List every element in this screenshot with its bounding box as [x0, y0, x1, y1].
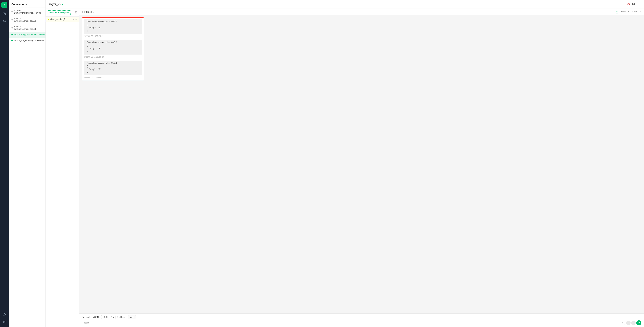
- qos-select[interactable]: 1 ▾: [110, 315, 116, 319]
- message-card-1: Topic: clean_session_false QoS: 1 { "msg…: [84, 19, 142, 34]
- connections-list: Simple Demo@broker.emqx.io:8083 Sensor 1…: [9, 8, 46, 43]
- messages-list: Topic: clean_session_false QoS: 1 { "msg…: [79, 15, 644, 314]
- retain-label: Retain: [120, 316, 126, 318]
- message-header-2: Topic: clean_session_false QoS: 1: [85, 41, 141, 43]
- compose-prev-button[interactable]: ←: [626, 320, 630, 325]
- message-wrapper-1: Topic: clean_session_false QoS: 1 { "msg…: [82, 18, 144, 38]
- message-border-accent: [84, 60, 84, 75]
- connection-name: Sensor 1@broker.emqx.io:8083: [14, 18, 43, 22]
- sub-topic-name: clean_session_f...: [50, 18, 71, 20]
- connection-item-mqtt-v3[interactable]: MQTT_V3@broker.emqx.io:8083: [9, 32, 46, 38]
- topic-input[interactable]: [84, 322, 622, 324]
- tab-received[interactable]: Received: [621, 10, 630, 14]
- svg-rect-0: [4, 14, 6, 15]
- retain-checkbox[interactable]: [117, 316, 120, 318]
- svg-point-7: [4, 322, 5, 322]
- message-body-2: { "msg": "2"}: [85, 44, 141, 53]
- topic-input-row: ▾: [82, 320, 625, 325]
- sidebar-nav-copy-icon[interactable]: [1, 11, 8, 17]
- plaintext-dot: [82, 11, 83, 12]
- qos-arrow: ▾: [113, 316, 114, 318]
- filter-tabs: All Received Published: [616, 10, 641, 14]
- plaintext-dropdown[interactable]: Plaintext ▾: [82, 11, 94, 13]
- connection-status-dot: [12, 34, 13, 36]
- compose-input-row: ▾ ← →: [82, 320, 641, 325]
- connections-header: Connections: [9, 0, 46, 8]
- qos-value: 1: [111, 316, 112, 318]
- message-border-accent: [84, 19, 84, 34]
- message-header-1: Topic: clean_session_false QoS: 1: [85, 20, 141, 22]
- message-timestamp-2: 2022-09-06 15:55:23:413: [84, 56, 142, 58]
- body-area: + + New Subscription clean_session_f... …: [46, 9, 644, 327]
- subscriptions-collapse-icon[interactable]: [75, 11, 77, 14]
- power-icon[interactable]: [627, 3, 630, 6]
- topbar: MQTT_V3 ▾ ···: [46, 0, 644, 9]
- payload-type-value: JSON: [93, 316, 99, 318]
- message-card-3: Topic: clean_session_false QoS: 1 { "msg…: [84, 60, 142, 75]
- message-body-1: { "msg": "1"}: [85, 23, 141, 32]
- subscriptions-toolbar: + + New Subscription: [46, 9, 79, 16]
- messages-highlighted-group: Topic: clean_session_false QoS: 1 { "msg…: [82, 17, 144, 80]
- edit-icon[interactable]: [632, 3, 635, 6]
- subscription-item[interactable]: clean_session_f... QoS 1: [46, 16, 79, 22]
- sidebar-add-connection-icon[interactable]: [1, 18, 8, 24]
- connection-item-mqtt-v3-publish[interactable]: MQTT_V3_Publish@broker.emqx.io:8083: [9, 38, 46, 43]
- message-border-accent: [84, 40, 84, 54]
- message-wrapper-2: Topic: clean_session_false QoS: 1 { "msg…: [82, 38, 144, 59]
- sub-qos-badge: QoS 1: [72, 18, 77, 20]
- connection-item-simple-demo[interactable]: Simple Demo@broker.emqx.io:8083: [9, 8, 46, 16]
- payload-label: Payload:: [82, 316, 90, 318]
- connection-name: MQTT_V3@broker.emqx.io:8083: [14, 34, 45, 36]
- plus-icon: +: [50, 12, 51, 14]
- message-card-2: Topic: clean_session_false QoS: 1 { "msg…: [84, 40, 142, 54]
- sidebar-settings-icon[interactable]: [1, 319, 8, 325]
- compose-toolbar: Payload: JSON ▾ QoS: 1 ▾ Retain: [82, 315, 641, 319]
- connection-name: Sensor 2@broker.emqx.io:8083: [14, 26, 43, 30]
- sidebar-info-icon[interactable]: [1, 312, 8, 318]
- sidebar-icons-panel: X: [0, 0, 9, 327]
- message-header-3: Topic: clean_session_false QoS: 1: [85, 62, 141, 64]
- connections-panel: Connections Simple Demo@broker.emqx.io:8…: [9, 0, 46, 327]
- new-subscription-button[interactable]: + + New Subscription: [48, 10, 71, 15]
- message-timestamp-1: 2022-09-06 15:55:23:411: [84, 35, 142, 37]
- page-title: MQTT_V3: [49, 3, 60, 6]
- connection-item-sensor2[interactable]: Sensor 2@broker.emqx.io:8083: [9, 24, 46, 32]
- connection-name: Simple Demo@broker.emqx.io:8083: [14, 10, 43, 14]
- compose-next-button[interactable]: →: [631, 320, 636, 325]
- message-wrapper-3: Topic: clean_session_false QoS: 1 { "msg…: [82, 59, 144, 80]
- message-body-3: { "msg": "3"}: [85, 65, 141, 74]
- topic-dropdown-arrow[interactable]: ▾: [622, 322, 623, 324]
- title-dropdown-icon[interactable]: ▾: [62, 3, 63, 6]
- subscriptions-panel: + + New Subscription clean_session_f... …: [46, 9, 79, 327]
- payload-type-select[interactable]: JSON ▾: [92, 315, 102, 319]
- compose-area: Payload: JSON ▾ QoS: 1 ▾ Retain: [79, 314, 644, 327]
- meta-button[interactable]: Meta: [128, 315, 136, 319]
- connection-status-dot: [12, 40, 13, 41]
- connection-status-dot: [12, 11, 13, 12]
- plaintext-label: Plaintext: [84, 11, 92, 13]
- tab-all[interactable]: All: [616, 10, 618, 14]
- retain-checkbox-group[interactable]: Retain: [117, 316, 126, 318]
- sub-topic-dot: [48, 19, 49, 20]
- connection-status-dot: [12, 19, 13, 20]
- main-content: MQTT_V3 ▾ ··· + + New Subscription: [46, 0, 644, 327]
- compose-send-button[interactable]: [636, 320, 641, 325]
- payload-type-arrow: ▾: [100, 316, 100, 318]
- compose-action-btns: ← →: [626, 320, 641, 325]
- qos-label: QoS:: [104, 316, 108, 318]
- tab-published[interactable]: Published: [632, 10, 641, 14]
- more-options-icon[interactable]: ···: [637, 2, 641, 6]
- topbar-actions: ···: [627, 2, 641, 6]
- connection-status-dot: [12, 27, 13, 28]
- message-timestamp-3: 2022-09-06 15:55:23:414: [84, 77, 142, 79]
- messages-toolbar: Plaintext ▾ All Received Published: [79, 9, 644, 15]
- messages-area: Plaintext ▾ All Received Published: [79, 9, 644, 327]
- connection-item-sensor1[interactable]: Sensor 1@broker.emqx.io:8083: [9, 16, 46, 24]
- plaintext-dropdown-arrow: ▾: [93, 11, 94, 13]
- app-logo: X: [1, 2, 8, 8]
- svg-rect-9: [75, 12, 77, 13]
